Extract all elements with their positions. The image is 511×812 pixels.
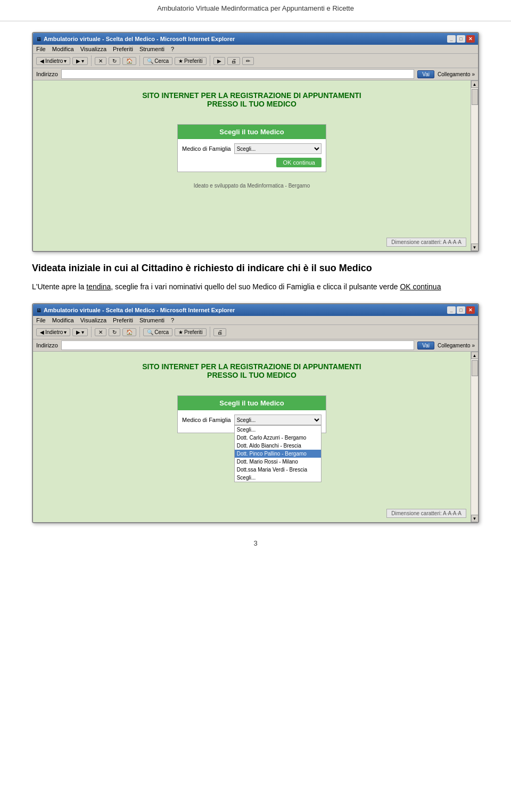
stop-button-2[interactable]: ✕ bbox=[95, 328, 106, 336]
description-title: Videata iniziale in cui al Cittadino è r… bbox=[32, 263, 479, 274]
browser-menubar-2: File Modifica Visualizza Preferiti Strum… bbox=[33, 316, 478, 325]
favorites-label: Preferiti bbox=[184, 58, 202, 64]
links-label-2: Collegamento » bbox=[438, 343, 475, 348]
menu-modifica-1[interactable]: Modifica bbox=[52, 46, 74, 52]
refresh-button-2[interactable]: ↻ bbox=[109, 328, 120, 336]
back-arrow-icon: ◀ bbox=[40, 58, 44, 64]
maximize-button-2[interactable]: □ bbox=[457, 306, 465, 314]
dropdown-option-1[interactable]: Dott. Carlo Azzurri - Bergamo bbox=[235, 434, 321, 442]
menu-visualizza-2[interactable]: Visualizza bbox=[80, 317, 106, 323]
dropdown-option-5[interactable]: Dott.ssa Maria Verdi - Brescia bbox=[235, 466, 321, 474]
edit-icon: ✏ bbox=[246, 58, 250, 64]
menu-file-2[interactable]: File bbox=[36, 317, 46, 323]
site-title-1: SITO INTERNET PER LA REGISTRAZIONE DI AP… bbox=[44, 91, 460, 108]
refresh-icon-2: ↻ bbox=[112, 329, 117, 335]
select-doctor-header-1: Scegli il tuo Medico bbox=[178, 125, 326, 139]
close-button-2[interactable]: ✕ bbox=[466, 306, 475, 314]
toolbar-sep-6 bbox=[210, 327, 210, 337]
search-button-2[interactable]: 🔍 Cerca bbox=[143, 328, 172, 336]
media-button-1[interactable]: ▶ bbox=[213, 57, 225, 65]
menu-file-1[interactable]: File bbox=[36, 46, 46, 52]
menu-help-1[interactable]: ? bbox=[171, 46, 174, 52]
description-paragraph: L'Utente apre la tendina, sceglie fra i … bbox=[32, 281, 479, 293]
menu-modifica-2[interactable]: Modifica bbox=[52, 317, 74, 323]
print-button-1[interactable]: 🖨 bbox=[227, 57, 240, 65]
back-button-1[interactable]: ◀ Indietro ▾ bbox=[36, 57, 70, 65]
star-icon-2: ★ bbox=[178, 329, 183, 335]
menu-strumenti-1[interactable]: Strumenti bbox=[139, 46, 164, 52]
scroll-up-1[interactable]: ▲ bbox=[471, 80, 479, 88]
forward-button-1[interactable]: ▶ ▾ bbox=[72, 57, 88, 65]
browser-window-1: 🖥 Ambulatorio virtuale - Scelta del Medi… bbox=[32, 32, 479, 252]
address-label-2: Indirizzo bbox=[36, 342, 58, 348]
refresh-icon: ↻ bbox=[112, 58, 117, 64]
back-label-2: Indietro bbox=[45, 329, 63, 335]
minimize-button-2[interactable]: _ bbox=[447, 306, 456, 314]
ok-continua-underline: OK continua bbox=[400, 282, 441, 291]
home-icon-2: 🏠 bbox=[126, 329, 133, 335]
browser-addressbar-2: Indirizzo Vai Collegamento » bbox=[33, 339, 478, 352]
scroll-down-2[interactable]: ▼ bbox=[471, 515, 479, 522]
menu-preferiti-1[interactable]: Preferiti bbox=[113, 46, 133, 52]
menu-preferiti-2[interactable]: Preferiti bbox=[113, 317, 133, 323]
edit-button-1[interactable]: ✏ bbox=[242, 57, 254, 65]
home-button-2[interactable]: 🏠 bbox=[122, 328, 136, 336]
go-button-1[interactable]: Vai bbox=[417, 70, 434, 78]
doctor-select-wrapper-2: Scegli... Scegli... Dott. Carlo Azzurri … bbox=[234, 415, 322, 425]
stop-button-1[interactable]: ✕ bbox=[95, 57, 106, 65]
doctor-select-2[interactable]: Scegli... bbox=[234, 415, 322, 425]
go-button-2[interactable]: Vai bbox=[417, 342, 434, 350]
dropdown-option-4[interactable]: Dott. Mario Rossi - Milano bbox=[235, 458, 321, 466]
dimension-badge-1: Dimensione caratteri: A·A·A·A bbox=[386, 238, 466, 247]
scroll-up-2[interactable]: ▲ bbox=[471, 352, 479, 359]
menu-visualizza-1[interactable]: Visualizza bbox=[80, 46, 106, 52]
forward-button-2[interactable]: ▶ ▾ bbox=[72, 328, 88, 336]
refresh-button-1[interactable]: ↻ bbox=[109, 57, 120, 65]
print-button-2[interactable]: 🖨 bbox=[213, 328, 226, 336]
select-doctor-body-1: Medico di Famiglia Scegli... OK continua bbox=[178, 139, 326, 172]
address-input-2[interactable] bbox=[61, 340, 414, 350]
select-doctor-box-2: Scegli il tuo Medico Medico di Famiglia … bbox=[177, 395, 326, 433]
ok-button-1[interactable]: OK continua bbox=[276, 158, 322, 167]
search-button-1[interactable]: 🔍 Cerca bbox=[143, 57, 172, 65]
ok-btn-row-1: OK continua bbox=[182, 157, 322, 167]
dropdown-option-0[interactable]: Scegli... bbox=[235, 426, 321, 434]
address-input-1[interactable] bbox=[61, 69, 414, 79]
page-header-title: Ambulatorio Virtuale Medinformatica per … bbox=[157, 4, 354, 12]
favorites-button-2[interactable]: ★ Preferiti bbox=[175, 328, 206, 336]
back-label: Indietro bbox=[45, 58, 63, 64]
forward-arrow-icon: ▶ bbox=[76, 58, 80, 64]
back-button-2[interactable]: ◀ Indietro ▾ bbox=[36, 328, 70, 336]
minimize-button-1[interactable]: _ bbox=[447, 35, 456, 43]
doctor-label-1: Medico di Famiglia bbox=[182, 145, 231, 152]
site-title-line1-2: SITO INTERNET PER LA REGISTRAZIONE DI AP… bbox=[44, 362, 460, 371]
scroll-track-1 bbox=[471, 88, 478, 243]
menu-help-2[interactable]: ? bbox=[171, 317, 174, 323]
dropdown-option-2[interactable]: Dott. Aldo Bianchi - Brescia bbox=[235, 442, 321, 450]
stop-icon-2: ✕ bbox=[98, 329, 103, 335]
doctor-label-2: Medico di Famiglia bbox=[182, 417, 231, 423]
browser-titlebar-2: 🖥 Ambulatorio virtuale - Scelta del Medi… bbox=[33, 304, 478, 316]
dropdown-option-6[interactable]: Scegli... bbox=[235, 474, 321, 482]
star-icon-1: ★ bbox=[178, 58, 183, 64]
favorites-button-1[interactable]: ★ Preferiti bbox=[175, 57, 206, 65]
stop-icon: ✕ bbox=[98, 58, 103, 64]
doctor-select-1[interactable]: Scegli... bbox=[234, 143, 322, 154]
scroll-thumb-2[interactable] bbox=[472, 360, 478, 376]
browser-content-wrapper-1: SITO INTERNET PER LA REGISTRAZIONE DI AP… bbox=[33, 80, 478, 251]
dropdown-option-3[interactable]: Dott. Pinco Pallino - Bergamo bbox=[235, 450, 321, 458]
home-button-1[interactable]: 🏠 bbox=[122, 57, 136, 65]
search-icon-1: 🔍 bbox=[147, 58, 153, 64]
scroll-down-1[interactable]: ▼ bbox=[471, 243, 479, 251]
menu-strumenti-2[interactable]: Strumenti bbox=[139, 317, 164, 323]
search-label: Cerca bbox=[154, 58, 169, 64]
browser-content-wrapper-2: SITO INTERNET PER LA REGISTRAZIONE DI AP… bbox=[33, 352, 478, 522]
maximize-button-1[interactable]: □ bbox=[457, 35, 465, 43]
close-button-1[interactable]: ✕ bbox=[466, 35, 475, 43]
tendina-underline: tendina bbox=[86, 282, 111, 291]
forward-arrow-icon-2: ▶ bbox=[76, 329, 80, 335]
favorites-label-2: Preferiti bbox=[184, 329, 202, 335]
select-doctor-body-2: Medico di Famiglia Scegli... Scegli... D… bbox=[178, 410, 326, 433]
scroll-thumb-1[interactable] bbox=[472, 89, 478, 105]
browser-title-1: Ambulatorio virtuale - Scelta del Medico… bbox=[44, 36, 235, 42]
